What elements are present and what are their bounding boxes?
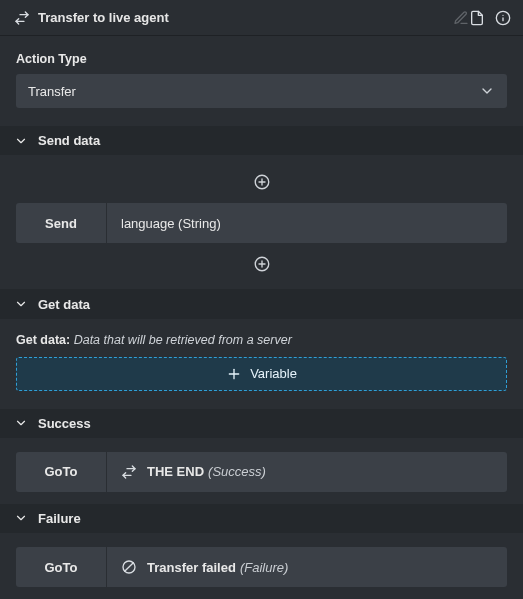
- chevron-down-icon: [14, 511, 28, 525]
- document-icon[interactable]: [469, 10, 485, 26]
- chevron-down-icon: [14, 297, 28, 311]
- action-type-section: Action Type Transfer: [0, 36, 523, 126]
- transfer-icon: [14, 10, 30, 26]
- success-row-label: GoTo: [16, 452, 106, 492]
- send-data-header[interactable]: Send data: [0, 126, 523, 155]
- add-send-row-above[interactable]: [16, 171, 507, 193]
- get-data-header-text: Get data: [38, 297, 90, 312]
- success-row-suffix: (Success): [208, 464, 266, 479]
- get-data-header[interactable]: Get data: [0, 289, 523, 318]
- success-header[interactable]: Success: [0, 409, 523, 438]
- panel-title: Transfer to live agent: [38, 10, 445, 25]
- add-variable-label: Variable: [250, 366, 297, 381]
- add-send-row-below[interactable]: [16, 253, 507, 275]
- plus-icon: [226, 366, 242, 382]
- send-data-header-text: Send data: [38, 133, 100, 148]
- svg-line-12: [125, 563, 134, 572]
- failure-row-value: Transfer failed: [147, 560, 236, 575]
- edit-title-icon[interactable]: [453, 10, 469, 26]
- success-goto-row[interactable]: GoTo THE END (Success): [16, 452, 507, 492]
- action-type-value: Transfer: [28, 84, 76, 99]
- get-data-desc-value: Data that will be retrieved from a serve…: [74, 333, 292, 347]
- transfer-action-panel: Transfer to live agent Action Type Trans…: [0, 0, 523, 599]
- transfer-icon: [121, 464, 137, 480]
- failure-row-suffix: (Failure): [240, 560, 288, 575]
- chevron-down-icon: [14, 134, 28, 148]
- failure-goto-row[interactable]: GoTo Transfer failed (Failure): [16, 547, 507, 587]
- success-content: GoTo THE END (Success): [0, 438, 523, 504]
- chevron-down-icon: [14, 416, 28, 430]
- send-row-value: language (String): [106, 203, 507, 243]
- info-icon[interactable]: [495, 10, 511, 26]
- title-bar: Transfer to live agent: [0, 0, 523, 36]
- failure-header-text: Failure: [38, 511, 81, 526]
- send-row[interactable]: Send language (String): [16, 203, 507, 243]
- failure-row-label: GoTo: [16, 547, 106, 587]
- success-row-value: THE END: [147, 464, 204, 479]
- failure-header[interactable]: Failure: [0, 504, 523, 533]
- get-data-description: Get data: Data that will be retrieved fr…: [0, 319, 523, 357]
- chevron-down-icon: [479, 83, 495, 99]
- action-type-select[interactable]: Transfer: [16, 74, 507, 108]
- get-data-desc-label: Get data:: [16, 333, 70, 347]
- send-row-label: Send: [16, 203, 106, 243]
- action-type-label: Action Type: [16, 52, 507, 66]
- success-header-text: Success: [38, 416, 91, 431]
- add-variable-button[interactable]: Variable: [16, 357, 507, 391]
- blocked-icon: [121, 559, 137, 575]
- send-data-content: Send language (String): [0, 155, 523, 289]
- failure-content: GoTo Transfer failed (Failure): [0, 533, 523, 599]
